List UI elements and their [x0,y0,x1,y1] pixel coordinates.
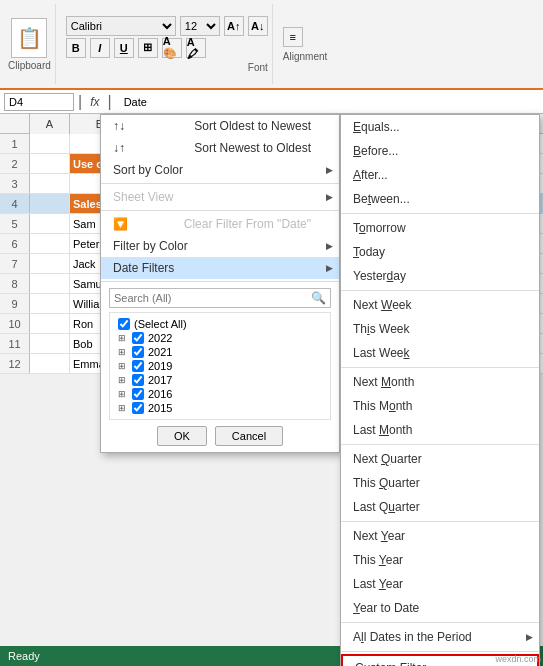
sort-oldest-newest-item[interactable]: ↑↓ Sort Oldest to Newest [101,115,339,137]
tree-toggle[interactable]: ⊞ [118,361,126,371]
cell[interactable] [30,134,70,153]
cancel-button[interactable]: Cancel [215,426,283,446]
fx-label: fx [90,95,99,109]
sort-newest-oldest-item[interactable]: ↓↑ Sort Newest to Oldest [101,137,339,159]
tree-toggle[interactable]: ⊞ [118,389,126,399]
today-item[interactable]: Today [341,240,539,264]
equals-item[interactable]: Equals... [341,115,539,139]
formula-bar-divider2: | [108,93,112,111]
bold-button[interactable]: B [66,38,86,58]
cell[interactable] [30,254,70,273]
select-all-checkbox[interactable] [118,318,130,330]
year-to-date-item[interactable]: Year to Date [341,596,539,620]
tomorrow-item[interactable]: Tomorrow [341,216,539,240]
fill-color-button[interactable]: A🎨 [162,38,182,58]
cell[interactable] [30,334,70,353]
last-week-label: Last Week [353,346,409,360]
cell[interactable] [30,294,70,313]
this-quarter-item[interactable]: This Quarter [341,471,539,495]
list-item[interactable]: ⊞ 2019 [118,359,322,373]
font-name-select[interactable]: Calibri [66,16,176,36]
clear-filter-item[interactable]: 🔽 Clear Filter From "Date" [101,213,339,235]
date-filters-label: Date Filters [113,261,174,275]
list-item[interactable]: ⊞ 2015 [118,401,322,415]
ok-button[interactable]: OK [157,426,207,446]
last-week-item[interactable]: Last Week [341,341,539,365]
row-number: 9 [0,294,30,313]
year-2021-checkbox[interactable] [132,346,144,358]
next-week-item[interactable]: Next Week [341,293,539,317]
ok-cancel-row: OK Cancel [101,420,339,452]
cell[interactable] [30,314,70,333]
list-item[interactable]: ⊞ 2021 [118,345,322,359]
search-box[interactable]: 🔍 [109,288,331,308]
this-year-item[interactable]: This Year [341,548,539,572]
this-month-item[interactable]: This Month [341,394,539,418]
alignment-section: ≡ Alignment [279,4,331,84]
row-number: 1 [0,134,30,153]
italic-button[interactable]: I [90,38,110,58]
font-size-select[interactable]: 12 [180,16,220,36]
cell[interactable] [30,174,70,193]
increase-font-button[interactable]: A↑ [224,16,244,36]
filter-by-color-item[interactable]: Filter by Color [101,235,339,257]
align-center-button[interactable]: ≡ [283,27,303,47]
underline-button[interactable]: U [114,38,134,58]
cell-reference-input[interactable] [4,93,74,111]
font-color-button[interactable]: A🖍 [186,38,206,58]
cell[interactable] [30,354,70,373]
row-number: 6 [0,234,30,253]
next-month-item[interactable]: Next Month [341,370,539,394]
search-icon[interactable]: 🔍 [311,291,326,305]
submenu-separator [341,521,539,522]
after-item[interactable]: After... [341,163,539,187]
before-item[interactable]: Before... [341,139,539,163]
search-input[interactable] [114,292,311,304]
next-quarter-item[interactable]: Next Quarter [341,447,539,471]
year-2019-checkbox[interactable] [132,360,144,372]
last-quarter-item[interactable]: Last Quarter [341,495,539,519]
watermark-text: wexdn.com [495,654,541,664]
sheet-view-item[interactable]: Sheet View [101,186,339,208]
sort-color-label: Sort by Color [113,163,183,177]
formula-bar: | fx | Date [0,90,543,114]
paste-button[interactable]: 📋 [11,18,47,58]
year-2015-checkbox[interactable] [132,402,144,414]
year-2022-checkbox[interactable] [132,332,144,344]
clipboard-section: 📋 Clipboard [4,4,56,84]
list-item[interactable]: ⊞ 2022 [118,331,322,345]
cell[interactable] [30,154,70,173]
year-2022-label: 2022 [148,332,172,344]
cell[interactable] [30,274,70,293]
yesterday-item[interactable]: Yesterday [341,264,539,288]
decrease-font-button[interactable]: A↓ [248,16,268,36]
between-item[interactable]: Between... [341,187,539,211]
year-2017-checkbox[interactable] [132,374,144,386]
cell[interactable] [30,234,70,253]
all-dates-period-item[interactable]: All Dates in the Period [341,625,539,649]
last-month-item[interactable]: Last Month [341,418,539,442]
list-item[interactable]: (Select All) [118,317,322,331]
date-filters-item[interactable]: Date Filters [101,257,339,279]
sort-by-color-item[interactable]: Sort by Color [101,159,339,181]
equals-label: Equals... [353,120,400,134]
this-week-item[interactable]: This Week [341,317,539,341]
tree-toggle[interactable]: ⊞ [118,375,126,385]
last-year-item[interactable]: Last Year [341,572,539,596]
year-2015-label: 2015 [148,402,172,414]
font-label: Font [248,62,268,73]
tree-toggle[interactable]: ⊞ [118,333,126,343]
next-year-item[interactable]: Next Year [341,524,539,548]
cell[interactable] [30,214,70,233]
year-2016-checkbox[interactable] [132,388,144,400]
list-item[interactable]: ⊞ 2016 [118,387,322,401]
tree-toggle[interactable]: ⊞ [118,347,126,357]
row-number: 8 [0,274,30,293]
border-button[interactable]: ⊞ [138,38,158,58]
year-to-date-label: Year to Date [353,601,419,615]
submenu-separator [341,367,539,368]
list-item[interactable]: ⊞ 2017 [118,373,322,387]
cell[interactable] [30,194,70,213]
tree-toggle[interactable]: ⊞ [118,403,126,413]
between-label: Between... [353,192,410,206]
